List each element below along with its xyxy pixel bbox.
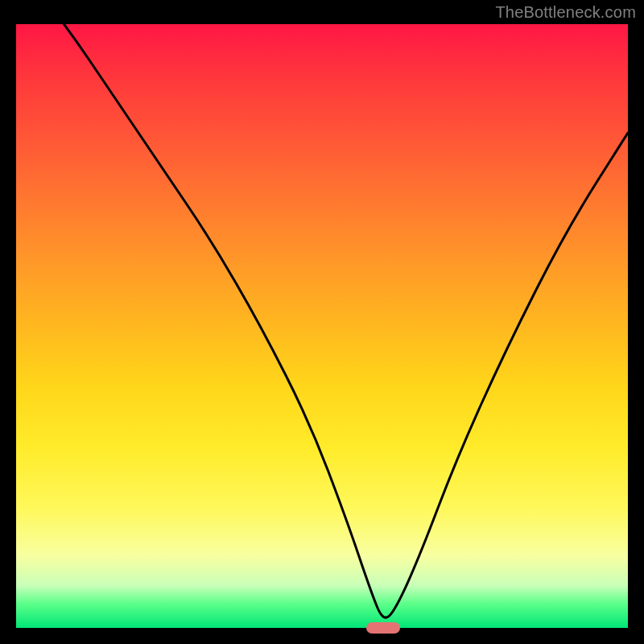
bottleneck-curve [16, 24, 628, 628]
chart-frame: TheBottleneck.com [0, 0, 644, 644]
plot-area [16, 24, 628, 628]
minimum-marker [366, 622, 400, 634]
watermark-text: TheBottleneck.com [495, 3, 636, 22]
curve-path [16, 24, 628, 617]
